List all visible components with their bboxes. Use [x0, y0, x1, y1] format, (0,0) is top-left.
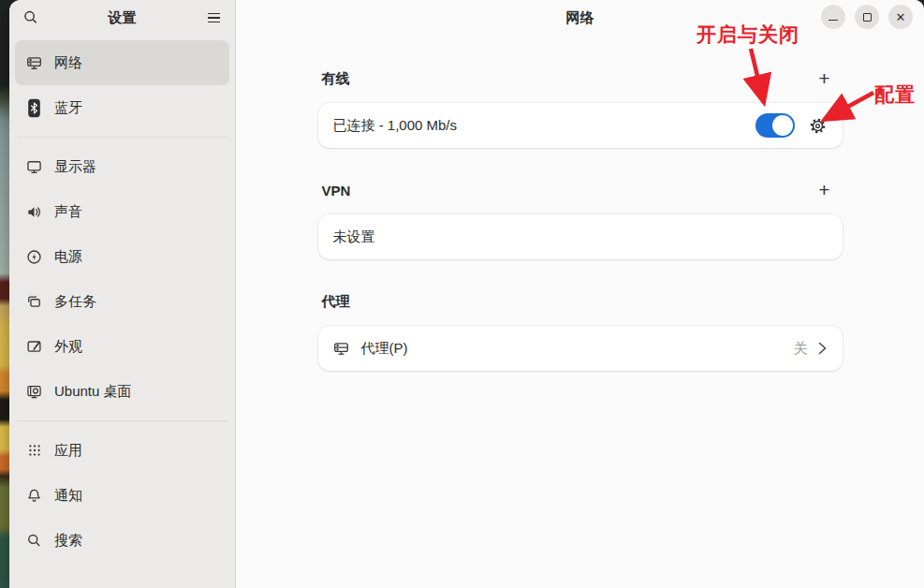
gear-icon: [809, 117, 827, 135]
main-panel: 网络 ✕ 有线 + 已连接 - 1,000 Mb/s: [236, 0, 924, 588]
sidebar-item-label: 声音: [54, 203, 82, 221]
sidebar-nav: 网络 蓝牙 显示器: [9, 36, 235, 563]
wired-section-header: 有线 +: [318, 70, 843, 87]
sidebar-separator: [18, 137, 227, 138]
maximize-icon: [863, 13, 872, 22]
close-icon: ✕: [896, 11, 906, 23]
sidebar-item-label: 网络: [54, 54, 82, 72]
sidebar-item-label: 外观: [54, 338, 82, 356]
main-menu-button[interactable]: [199, 4, 227, 32]
search-button[interactable]: [17, 4, 45, 32]
proxy-row-label: 代理(P): [361, 340, 794, 358]
proxy-section: 代理 代理(P) 关: [318, 293, 843, 371]
sidebar-item-notifications[interactable]: 通知: [15, 473, 229, 518]
sidebar-item-label: 蓝牙: [54, 99, 82, 117]
add-vpn-button[interactable]: +: [813, 179, 837, 201]
vpn-section: VPN + 未设置: [318, 182, 843, 259]
settings-window: 设置 网络: [9, 0, 924, 588]
wired-settings-button[interactable]: [809, 116, 828, 135]
sidebar-item-label: 搜索: [54, 532, 82, 550]
proxy-network-icon: [333, 341, 349, 357]
sidebar-item-multitasking[interactable]: 多任务: [15, 279, 229, 324]
sidebar-item-apps[interactable]: 应用: [15, 428, 229, 473]
sidebar-header: 设置: [9, 0, 235, 36]
speaker-icon: [26, 202, 42, 221]
display-icon: [26, 157, 42, 176]
minimize-icon: [829, 20, 838, 22]
close-button[interactable]: ✕: [888, 5, 913, 29]
sidebar-item-network[interactable]: 网络: [15, 40, 229, 85]
multitasking-icon: [26, 292, 42, 311]
ubuntu-desktop-icon: [26, 382, 42, 401]
wired-section: 有线 + 已连接 - 1,000 Mb/s: [318, 70, 843, 148]
power-icon: [26, 247, 42, 266]
sidebar-item-label: 显示器: [54, 158, 96, 176]
hamburger-icon: [208, 13, 220, 23]
proxy-section-header: 代理: [318, 293, 843, 310]
network-content: 有线 + 已连接 - 1,000 Mb/s: [318, 36, 843, 371]
sidebar-item-ubuntu-desktop[interactable]: Ubuntu 桌面: [15, 369, 229, 414]
toggle-knob: [772, 115, 793, 136]
main-headerbar: 网络 ✕: [236, 0, 924, 36]
vpn-empty-label: 未设置: [333, 228, 828, 246]
bell-icon: [26, 486, 42, 505]
vpn-section-header: VPN +: [318, 182, 843, 198]
sidebar-item-power[interactable]: 电源: [15, 234, 229, 279]
wired-header-label: 有线: [322, 70, 350, 88]
proxy-header-label: 代理: [322, 293, 350, 311]
sidebar-item-appearance[interactable]: 外观: [15, 324, 229, 369]
window-controls: ✕: [821, 5, 913, 29]
network-icon: [26, 53, 42, 72]
app-title: 设置: [45, 9, 199, 27]
magnifier-icon: [26, 531, 42, 550]
sidebar-item-bluetooth[interactable]: 蓝牙: [15, 85, 229, 130]
sidebar-item-label: 多任务: [54, 293, 96, 311]
proxy-row[interactable]: 代理(P) 关: [318, 326, 843, 371]
vpn-header-label: VPN: [322, 183, 351, 198]
wired-connection-row: 已连接 - 1,000 Mb/s: [318, 103, 843, 148]
sidebar-item-search[interactable]: 搜索: [15, 518, 229, 563]
vpn-empty-row: 未设置: [318, 214, 843, 259]
sidebar-separator: [18, 420, 227, 421]
sidebar-item-label: 通知: [54, 487, 82, 505]
sidebar-item-label: 电源: [54, 248, 82, 266]
chevron-right-icon: [817, 340, 828, 357]
apps-grid-icon: [26, 441, 42, 460]
wired-connection-label: 已连接 - 1,000 Mb/s: [333, 117, 755, 135]
sidebar-item-sound[interactable]: 声音: [15, 189, 229, 234]
sidebar: 设置 网络: [9, 0, 236, 588]
proxy-status: 关: [794, 340, 808, 358]
wired-toggle[interactable]: [755, 113, 795, 138]
bluetooth-icon: [26, 98, 42, 117]
appearance-icon: [26, 337, 42, 356]
sidebar-item-displays[interactable]: 显示器: [15, 144, 229, 189]
minimize-button[interactable]: [821, 5, 845, 29]
sidebar-item-label: 应用: [54, 442, 82, 460]
page-title: 网络: [566, 9, 594, 27]
maximize-button[interactable]: [855, 5, 879, 29]
search-icon: [22, 9, 39, 26]
sidebar-item-label: Ubuntu 桌面: [54, 383, 132, 401]
add-wired-connection-button[interactable]: +: [813, 67, 837, 90]
